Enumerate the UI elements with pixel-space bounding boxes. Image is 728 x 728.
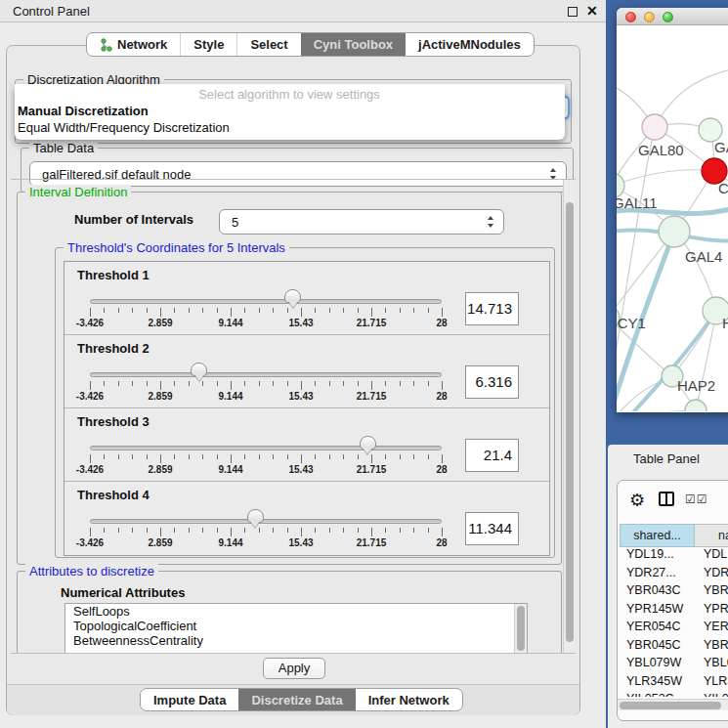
- slider-track[interactable]: [90, 372, 442, 377]
- threshold-value-field[interactable]: 14.713: [465, 292, 519, 325]
- numerical-attributes-list[interactable]: SelfLoopsTopologicalCoefficientBetweenne…: [64, 603, 528, 654]
- cell-name[interactable]: YBL0: [695, 656, 728, 674]
- table-row[interactable]: YBR043CYBR0: [620, 583, 728, 602]
- attribute-list-item[interactable]: BetweennessCentrality: [65, 633, 527, 648]
- cell-name[interactable]: YBR0: [695, 583, 728, 602]
- tick-label: 2.859: [148, 537, 172, 548]
- slider-track[interactable]: [90, 519, 442, 524]
- slider-thumb[interactable]: [191, 363, 207, 376]
- cell-shared-name[interactable]: YER054C: [620, 620, 695, 638]
- tick-label: -3.426: [76, 391, 104, 402]
- close-icon[interactable]: ✕: [586, 3, 598, 19]
- network-node[interactable]: [685, 400, 707, 411]
- attribute-list-item[interactable]: SelfLoops: [65, 604, 527, 619]
- table-horizontal-scrollbar[interactable]: [618, 699, 728, 710]
- cell-shared-name[interactable]: YDR27...: [620, 566, 695, 584]
- tab-jactivemnodules[interactable]: jActiveMNodules: [406, 33, 534, 56]
- slider-thumb[interactable]: [247, 509, 264, 523]
- close-traffic-light-icon[interactable]: [625, 12, 636, 22]
- dropdown-option-equal-width[interactable]: Equal Width/Frequency Discretization: [15, 119, 565, 136]
- cell-shared-name[interactable]: YPR145W: [620, 602, 695, 621]
- tick-mark: [413, 308, 414, 313]
- cell-shared-name[interactable]: YLR345W: [620, 674, 695, 693]
- slider-thumb[interactable]: [284, 289, 301, 303]
- slider-track[interactable]: [90, 446, 442, 450]
- tick-mark: [104, 308, 105, 313]
- select-columns-checkboxes-icon[interactable]: ☑☑: [685, 492, 708, 506]
- tick-mark: [315, 381, 316, 386]
- node-label: C: [718, 180, 728, 196]
- zoom-traffic-light-icon[interactable]: [663, 12, 673, 22]
- slider-track[interactable]: [90, 299, 442, 304]
- threshold-value-field[interactable]: 11.344: [465, 512, 519, 545]
- tick-mark: [301, 528, 302, 536]
- cell-name[interactable]: YPR1: [695, 602, 728, 621]
- tick-mark: [244, 381, 245, 386]
- tick-mark: [343, 454, 344, 459]
- threshold-value-field[interactable]: 21.4: [465, 439, 519, 472]
- tab-label: jActiveMNodules: [418, 33, 521, 56]
- column-header-name[interactable]: na: [695, 524, 728, 547]
- cell-name[interactable]: YLR3: [695, 674, 728, 693]
- tab-style[interactable]: Style: [180, 33, 236, 56]
- tick-mark: [287, 381, 288, 386]
- column-header-shared-name[interactable]: shared...: [620, 524, 695, 547]
- cell-name[interactable]: YER0: [695, 620, 728, 638]
- tick-mark: [90, 381, 91, 390]
- tab-label: Infer Network: [368, 689, 450, 711]
- dropdown-placeholder-option[interactable]: Select algorithm to view settings: [15, 86, 565, 103]
- tab-impute-data[interactable]: Impute Data: [141, 689, 238, 710]
- tick-mark: [132, 308, 133, 313]
- split-columns-icon[interactable]: [659, 492, 674, 506]
- cell-name[interactable]: YDR2: [695, 566, 728, 584]
- network-node-gal4[interactable]: [659, 216, 690, 247]
- attributes-list-scrollbar[interactable]: [514, 604, 527, 653]
- cell-shared-name[interactable]: YBL079W: [620, 656, 695, 674]
- node-label: GAL80: [638, 142, 684, 158]
- tick-mark: [90, 454, 91, 463]
- cell-name[interactable]: YBR0: [695, 638, 728, 657]
- tab-network[interactable]: Network: [87, 33, 180, 56]
- settings-vertical-scrollbar[interactable]: [563, 180, 576, 653]
- minimize-traffic-light-icon[interactable]: [644, 12, 655, 22]
- thresholds-group: Threshold's Coordinates for 5 Intervals …: [55, 247, 555, 558]
- table-row[interactable]: YIL052CYIL0: [620, 692, 728, 697]
- tab-infer-network[interactable]: Infer Network: [356, 689, 462, 710]
- cell-name[interactable]: YDL1: [695, 547, 728, 566]
- cell-name[interactable]: YIL0: [695, 692, 728, 697]
- scrollbar-thumb[interactable]: [517, 606, 525, 651]
- network-canvas[interactable]: GAL80GACGAL11GAL4GCY1HHAP2: [617, 25, 728, 411]
- network-node-gal80[interactable]: [642, 114, 667, 140]
- tick-mark: [343, 308, 344, 313]
- table-row[interactable]: YDR27...YDR2: [620, 566, 728, 584]
- threshold-value-field[interactable]: 6.316: [465, 365, 519, 399]
- attribute-list-item[interactable]: TopologicalCoefficient: [65, 619, 527, 633]
- dropdown-option-manual[interactable]: Manual Discretization: [15, 103, 565, 119]
- tick-mark: [413, 528, 414, 533]
- tab-select[interactable]: Select: [236, 33, 300, 56]
- tick-mark: [244, 308, 245, 313]
- tick-mark: [287, 528, 288, 533]
- table-row[interactable]: YPR145WYPR1: [620, 602, 728, 621]
- table-row[interactable]: YER054CYER0: [620, 620, 728, 638]
- tick-mark: [371, 308, 372, 317]
- cell-shared-name[interactable]: YDL19...: [620, 547, 695, 566]
- table-row[interactable]: YDL19...YDL1: [620, 547, 728, 566]
- table-row[interactable]: YBR045CYBR0: [620, 638, 728, 657]
- slider-thumb[interactable]: [360, 436, 376, 450]
- table-row[interactable]: YLR345WYLR3: [620, 674, 728, 693]
- scrollbar-thumb[interactable]: [566, 202, 574, 642]
- float-window-icon[interactable]: [568, 7, 578, 17]
- number-of-intervals-combobox[interactable]: 5: [219, 209, 504, 235]
- scrollbar-thumb[interactable]: [620, 702, 721, 709]
- cell-shared-name[interactable]: YBR045C: [620, 638, 695, 657]
- tab-discretize-data[interactable]: Discretize Data: [238, 689, 355, 710]
- cell-shared-name[interactable]: YBR043C: [620, 583, 695, 602]
- apply-button[interactable]: Apply: [263, 658, 325, 679]
- gear-icon[interactable]: ⚙: [629, 490, 645, 511]
- table-row[interactable]: YBL079WYBL0: [620, 656, 728, 674]
- cell-shared-name[interactable]: YIL052C: [620, 692, 695, 697]
- tick-label: 2.859: [148, 464, 172, 475]
- cyni-mode-tabs: Impute DataDiscretize DataInfer Network: [140, 688, 463, 711]
- tab-cyni-toolbox[interactable]: Cyni Toolbox: [301, 33, 406, 56]
